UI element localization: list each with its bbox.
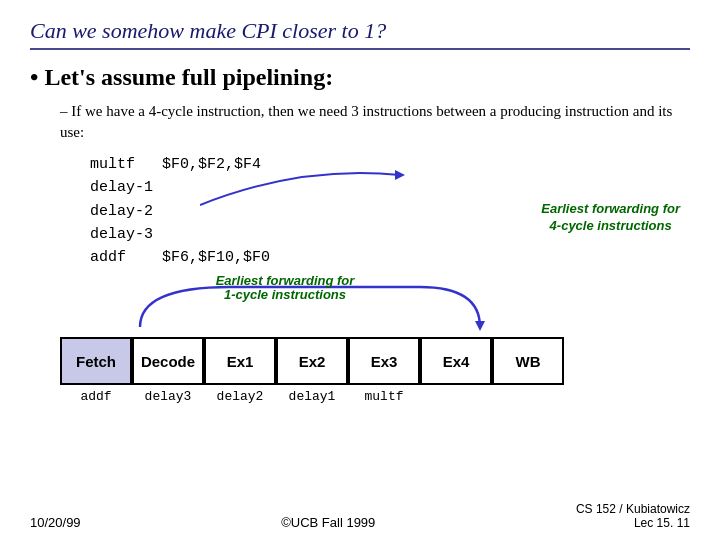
code-line-5: addf $F6,$F10,$F0 [90,246,270,269]
pipeline-box-decode: Decode [132,337,204,385]
pipeline-box-ex3: Ex3 [348,337,420,385]
forwarding-curve-svg: Earliest forwarding for 1-cycle instruct… [110,277,550,337]
code-line-1: multf $F0,$F2,$F4 [90,153,270,176]
pipeline-box-ex4: Ex4 [420,337,492,385]
footer: 10/20/99 ©UCB Fall 1999 CS 152 / Kubiato… [30,502,690,530]
pipeline-labels: addf delay3 delay2 delay1 multf [60,389,690,404]
svg-text:1-cycle instructions: 1-cycle instructions [224,287,346,302]
footer-copyright: ©UCB Fall 1999 [281,515,375,530]
sub-point: – If we have a 4-cycle instruction, then… [60,101,690,143]
pipeline-box-fetch: Fetch [60,337,132,385]
pipeline-label-2: delay3 [132,389,204,404]
slide-title: Can we somehow make CPI closer to 1? [30,18,690,44]
pipeline-box-ex1: Ex1 [204,337,276,385]
code-line-2: delay-1 [90,176,270,199]
forwarding-right-label: Earliest forwarding for4-cycle instructi… [541,201,680,235]
title-section: Can we somehow make CPI closer to 1? [30,18,690,50]
pipeline-boxes: Fetch Decode Ex1 Ex2 Ex3 Ex4 WB [60,337,690,385]
pipeline-label-1: addf [60,389,132,404]
pipeline-label-4: delay1 [276,389,348,404]
footer-date: 10/20/99 [30,515,81,530]
svg-marker-0 [475,321,485,331]
code-block: multf $F0,$F2,$F4 delay-1 delay-2 delay-… [90,153,270,269]
main-bullet: • Let's assume full pipelining: [30,64,690,91]
pipeline-box-wb: WB [492,337,564,385]
footer-course: CS 152 / KubiatowiczLec 15. 11 [576,502,690,530]
pipeline-label-3: delay2 [204,389,276,404]
svg-text:Earliest forwarding for: Earliest forwarding for [216,273,356,288]
pipeline-label-6 [420,389,492,404]
pipeline-box-ex2: Ex2 [276,337,348,385]
pipeline-label-7 [492,389,564,404]
pipeline-label-5: multf [348,389,420,404]
code-line-4: delay-3 [90,223,270,246]
code-line-3: delay-2 [90,200,270,223]
